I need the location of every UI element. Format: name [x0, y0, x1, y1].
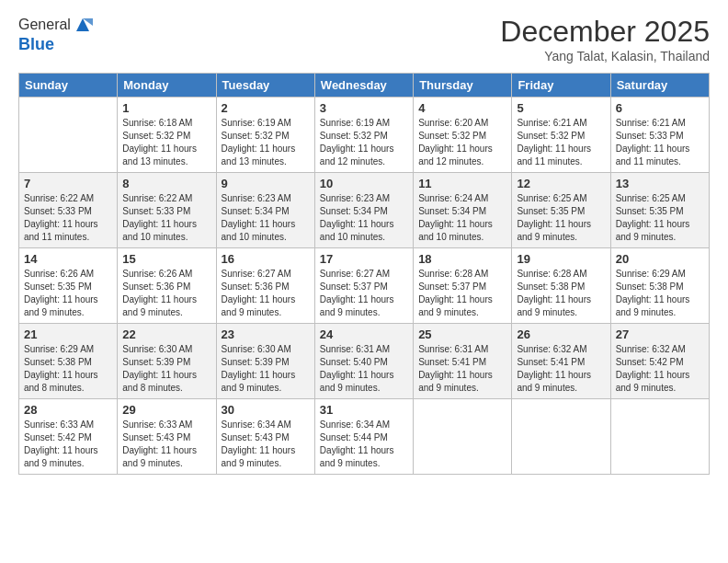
calendar-cell-w4-d1: 21Sunrise: 6:29 AMSunset: 5:38 PMDayligh… — [19, 324, 118, 399]
day-info: Sunrise: 6:31 AMSunset: 5:41 PMDaylight:… — [418, 343, 506, 395]
calendar-cell-w1-d6: 5Sunrise: 6:21 AMSunset: 5:32 PMDaylight… — [512, 98, 610, 173]
col-saturday: Saturday — [610, 74, 709, 98]
col-sunday: Sunday — [19, 74, 118, 98]
day-info: Sunrise: 6:32 AMSunset: 5:42 PMDaylight:… — [616, 343, 704, 395]
day-number: 27 — [616, 327, 704, 341]
day-info: Sunrise: 6:21 AMSunset: 5:33 PMDaylight:… — [616, 117, 704, 168]
calendar-cell-w3-d3: 16Sunrise: 6:27 AMSunset: 5:36 PMDayligh… — [216, 248, 314, 324]
day-info: Sunrise: 6:28 AMSunset: 5:37 PMDaylight:… — [418, 268, 506, 319]
location: Yang Talat, Kalasin, Thailand — [500, 49, 710, 63]
day-number: 14 — [24, 252, 112, 266]
day-number: 11 — [418, 177, 506, 190]
title-block: December 2025 Yang Talat, Kalasin, Thail… — [500, 15, 710, 63]
calendar-cell-w4-d6: 26Sunrise: 6:32 AMSunset: 5:41 PMDayligh… — [512, 324, 610, 399]
calendar-cell-w4-d7: 27Sunrise: 6:32 AMSunset: 5:42 PMDayligh… — [610, 324, 709, 399]
calendar-cell-w2-d4: 10Sunrise: 6:23 AMSunset: 5:34 PMDayligh… — [314, 173, 413, 248]
calendar-cell-w5-d2: 29Sunrise: 6:33 AMSunset: 5:43 PMDayligh… — [118, 399, 216, 475]
col-monday: Monday — [118, 74, 216, 98]
calendar-cell-w1-d5: 4Sunrise: 6:20 AMSunset: 5:32 PMDaylight… — [414, 98, 512, 173]
day-info: Sunrise: 6:22 AMSunset: 5:33 PMDaylight:… — [24, 192, 112, 244]
calendar-cell-w1-d2: 1Sunrise: 6:18 AMSunset: 5:32 PMDaylight… — [118, 98, 216, 173]
day-number: 1 — [122, 101, 210, 115]
week-row-3: 14Sunrise: 6:26 AMSunset: 5:35 PMDayligh… — [19, 248, 710, 324]
day-number: 2 — [222, 101, 310, 115]
calendar-cell-w3-d1: 14Sunrise: 6:26 AMSunset: 5:35 PMDayligh… — [19, 248, 118, 324]
day-info: Sunrise: 6:32 AMSunset: 5:41 PMDaylight:… — [517, 343, 605, 395]
day-info: Sunrise: 6:19 AMSunset: 5:32 PMDaylight:… — [222, 117, 310, 168]
week-row-4: 21Sunrise: 6:29 AMSunset: 5:38 PMDayligh… — [19, 324, 710, 399]
day-info: Sunrise: 6:30 AMSunset: 5:39 PMDaylight:… — [222, 343, 310, 395]
day-info: Sunrise: 6:24 AMSunset: 5:34 PMDaylight:… — [418, 192, 506, 244]
day-number: 5 — [517, 101, 605, 115]
calendar-cell-w2-d2: 8Sunrise: 6:22 AMSunset: 5:33 PMDaylight… — [118, 173, 216, 248]
day-info: Sunrise: 6:23 AMSunset: 5:34 PMDaylight:… — [320, 192, 408, 244]
logo-general-text: General — [18, 17, 71, 33]
day-number: 28 — [24, 403, 112, 417]
col-friday: Friday — [512, 74, 610, 98]
day-number: 7 — [24, 177, 112, 190]
day-info: Sunrise: 6:34 AMSunset: 5:43 PMDaylight:… — [222, 419, 310, 470]
day-info: Sunrise: 6:31 AMSunset: 5:40 PMDaylight:… — [320, 343, 408, 395]
day-number: 3 — [320, 101, 408, 115]
day-number: 25 — [418, 327, 506, 341]
day-number: 23 — [222, 327, 310, 341]
week-row-2: 7Sunrise: 6:22 AMSunset: 5:33 PMDaylight… — [19, 173, 710, 248]
day-number: 15 — [122, 252, 210, 266]
day-info: Sunrise: 6:26 AMSunset: 5:35 PMDaylight:… — [24, 268, 112, 319]
week-row-1: 1Sunrise: 6:18 AMSunset: 5:32 PMDaylight… — [19, 98, 710, 173]
calendar-cell-w4-d4: 24Sunrise: 6:31 AMSunset: 5:40 PMDayligh… — [314, 324, 413, 399]
calendar-cell-w1-d7: 6Sunrise: 6:21 AMSunset: 5:33 PMDaylight… — [610, 98, 709, 173]
calendar-cell-w1-d3: 2Sunrise: 6:19 AMSunset: 5:32 PMDaylight… — [216, 98, 314, 173]
calendar-cell-w5-d6 — [512, 399, 610, 475]
day-info: Sunrise: 6:33 AMSunset: 5:43 PMDaylight:… — [122, 419, 210, 470]
logo-blue-text: Blue — [18, 35, 93, 54]
day-number: 24 — [320, 327, 408, 341]
day-info: Sunrise: 6:27 AMSunset: 5:36 PMDaylight:… — [222, 268, 310, 319]
day-info: Sunrise: 6:27 AMSunset: 5:37 PMDaylight:… — [320, 268, 408, 319]
calendar-cell-w5-d7 — [610, 399, 709, 475]
col-thursday: Thursday — [414, 74, 512, 98]
calendar-cell-w5-d3: 30Sunrise: 6:34 AMSunset: 5:43 PMDayligh… — [216, 399, 314, 475]
col-wednesday: Wednesday — [314, 74, 413, 98]
logo: General Blue — [18, 15, 93, 54]
main-container: General Blue December 2025 Yang Talat, K… — [0, 0, 728, 563]
month-title: December 2025 — [500, 15, 710, 49]
logo-icon — [73, 15, 93, 35]
calendar-cell-w2-d3: 9Sunrise: 6:23 AMSunset: 5:34 PMDaylight… — [216, 173, 314, 248]
calendar-cell-w2-d6: 12Sunrise: 6:25 AMSunset: 5:35 PMDayligh… — [512, 173, 610, 248]
calendar-cell-w5-d4: 31Sunrise: 6:34 AMSunset: 5:44 PMDayligh… — [314, 399, 413, 475]
day-info: Sunrise: 6:33 AMSunset: 5:42 PMDaylight:… — [24, 419, 112, 470]
day-info: Sunrise: 6:30 AMSunset: 5:39 PMDaylight:… — [122, 343, 210, 395]
day-number: 12 — [517, 177, 605, 190]
day-number: 18 — [418, 252, 506, 266]
calendar-cell-w2-d7: 13Sunrise: 6:25 AMSunset: 5:35 PMDayligh… — [610, 173, 709, 248]
calendar-cell-w2-d1: 7Sunrise: 6:22 AMSunset: 5:33 PMDaylight… — [19, 173, 118, 248]
col-tuesday: Tuesday — [216, 74, 314, 98]
day-info: Sunrise: 6:23 AMSunset: 5:34 PMDaylight:… — [222, 192, 310, 244]
day-info: Sunrise: 6:19 AMSunset: 5:32 PMDaylight:… — [320, 117, 408, 168]
calendar-cell-w4-d2: 22Sunrise: 6:30 AMSunset: 5:39 PMDayligh… — [118, 324, 216, 399]
day-info: Sunrise: 6:25 AMSunset: 5:35 PMDaylight:… — [616, 192, 704, 244]
calendar-table: Sunday Monday Tuesday Wednesday Thursday… — [18, 73, 710, 475]
day-number: 13 — [616, 177, 704, 190]
calendar-cell-w1-d1 — [19, 98, 118, 173]
calendar-cell-w4-d3: 23Sunrise: 6:30 AMSunset: 5:39 PMDayligh… — [216, 324, 314, 399]
day-number: 29 — [122, 403, 210, 417]
day-info: Sunrise: 6:18 AMSunset: 5:32 PMDaylight:… — [122, 117, 210, 168]
day-number: 8 — [122, 177, 210, 190]
calendar-cell-w3-d7: 20Sunrise: 6:29 AMSunset: 5:38 PMDayligh… — [610, 248, 709, 324]
calendar-cell-w3-d5: 18Sunrise: 6:28 AMSunset: 5:37 PMDayligh… — [414, 248, 512, 324]
day-info: Sunrise: 6:29 AMSunset: 5:38 PMDaylight:… — [616, 268, 704, 319]
calendar-cell-w3-d6: 19Sunrise: 6:28 AMSunset: 5:38 PMDayligh… — [512, 248, 610, 324]
calendar-cell-w4-d5: 25Sunrise: 6:31 AMSunset: 5:41 PMDayligh… — [414, 324, 512, 399]
day-number: 22 — [122, 327, 210, 341]
day-info: Sunrise: 6:26 AMSunset: 5:36 PMDaylight:… — [122, 268, 210, 319]
day-info: Sunrise: 6:21 AMSunset: 5:32 PMDaylight:… — [517, 117, 605, 168]
week-row-5: 28Sunrise: 6:33 AMSunset: 5:42 PMDayligh… — [19, 399, 710, 475]
calendar-cell-w3-d2: 15Sunrise: 6:26 AMSunset: 5:36 PMDayligh… — [118, 248, 216, 324]
day-info: Sunrise: 6:20 AMSunset: 5:32 PMDaylight:… — [418, 117, 506, 168]
day-info: Sunrise: 6:29 AMSunset: 5:38 PMDaylight:… — [24, 343, 112, 395]
day-number: 26 — [517, 327, 605, 341]
header: General Blue December 2025 Yang Talat, K… — [18, 15, 710, 63]
calendar-header-row: Sunday Monday Tuesday Wednesday Thursday… — [19, 74, 710, 98]
